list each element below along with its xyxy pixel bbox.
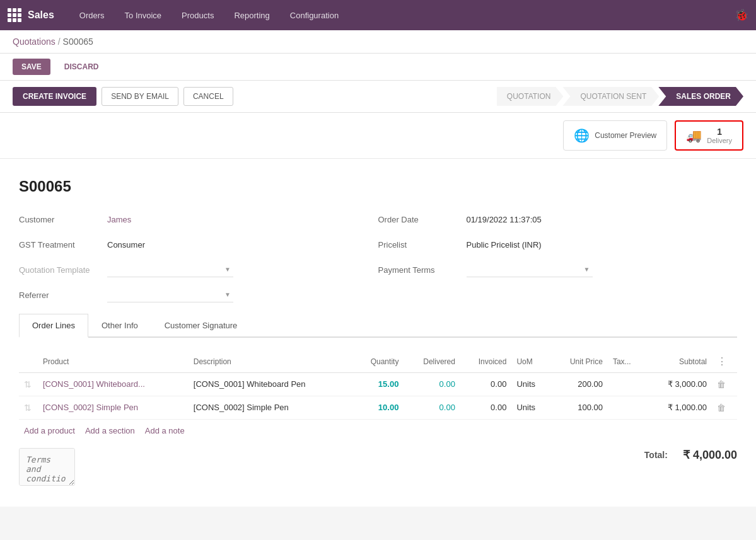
nav-to-invoice[interactable]: To Invoice — [115, 0, 172, 30]
customer-value[interactable]: James — [107, 215, 131, 224]
referrer-input[interactable]: ▼ — [107, 287, 233, 302]
delivery-count: 1 — [717, 127, 722, 137]
breadcrumb-separator: / — [58, 37, 61, 47]
order-date-label: Order Date — [378, 215, 467, 224]
row1-delete[interactable]: 🗑 — [712, 373, 737, 396]
payment-terms-row: Payment Terms ▼ — [378, 261, 738, 279]
row2-description: [CONS_0002] Simple Pen — [189, 396, 352, 420]
nav-products[interactable]: Products — [172, 0, 224, 30]
row2-product[interactable]: [CONS_0002] Simple Pen — [38, 396, 189, 420]
row1-unit-price[interactable]: 200.00 — [550, 373, 608, 396]
nav-configuration[interactable]: Configuration — [280, 0, 349, 30]
stage-sales-order[interactable]: SALES ORDER — [658, 87, 743, 106]
app-name[interactable]: Sales — [28, 9, 54, 21]
top-navigation: Sales Orders To Invoice Products Reporti… — [0, 0, 756, 30]
table-body: ⇅ [CONS_0001] Whiteboard... [CONS_0001] … — [19, 373, 737, 420]
bug-icon[interactable]: 🐞 — [735, 8, 748, 22]
th-actions: ⋮ — [712, 350, 737, 373]
row1-delivered: 0.00 — [404, 373, 460, 396]
quotation-template-label: Quotation Template — [19, 265, 107, 275]
tab-other-info[interactable]: Other Info — [88, 314, 151, 338]
row1-product[interactable]: [CONS_0001] Whiteboard... — [38, 373, 189, 396]
th-delivered: Delivered — [404, 350, 460, 373]
row2-uom: Units — [511, 396, 550, 420]
total-section: Total: ₹ 4,000.00 — [644, 448, 737, 462]
content-area: 🌐 Customer Preview 🚚 1 Delivery S00065 C… — [0, 113, 756, 507]
row2-delete[interactable]: 🗑 — [712, 396, 737, 420]
row2-quantity[interactable]: 10.00 — [352, 396, 404, 420]
payment-terms-label: Payment Terms — [378, 265, 467, 275]
nav-reporting[interactable]: Reporting — [224, 0, 279, 30]
tab-customer-signature[interactable]: Customer Signature — [151, 314, 251, 338]
top-menu: Orders To Invoice Products Reporting Con… — [69, 0, 349, 30]
row1-drag[interactable]: ⇅ — [19, 373, 38, 396]
customer-preview-button[interactable]: 🌐 Customer Preview — [563, 120, 667, 151]
table-actions: Add a product Add a section Add a note — [19, 420, 737, 442]
row2-invoiced: 0.00 — [460, 396, 511, 420]
gst-value: Consumer — [107, 240, 145, 250]
th-tax: Tax... — [608, 350, 646, 373]
row2-delivered: 0.00 — [404, 396, 460, 420]
send-by-email-button[interactable]: SEND BY EMAIL — [102, 87, 178, 106]
add-product-link[interactable]: Add a product — [24, 426, 75, 435]
column-options-icon[interactable]: ⋮ — [717, 356, 727, 367]
table-header: Product Description Quantity Delivered I… — [19, 350, 737, 373]
create-invoice-button[interactable]: CREATE INVOICE — [13, 87, 96, 106]
pricelist-row: Pricelist Public Pricelist (INR) — [378, 236, 738, 253]
quotation-template-input[interactable]: ▼ — [107, 262, 233, 277]
truck-icon: 🚚 — [686, 128, 702, 143]
grid-icon[interactable] — [8, 8, 21, 22]
topnav-right: 🐞 — [735, 8, 748, 22]
chevron-down-icon-2: ▼ — [224, 291, 231, 298]
add-section-link[interactable]: Add a section — [85, 426, 135, 435]
breadcrumb-parent[interactable]: Quotations — [13, 37, 55, 47]
payment-terms-input[interactable]: ▼ — [467, 262, 593, 277]
row1-description: [CONS_0001] Whiteboard Pen — [189, 373, 352, 396]
stage-quotation[interactable]: QUOTATION — [497, 87, 564, 106]
th-unit-price: Unit Price — [550, 350, 608, 373]
total-value: ₹ 4,000.00 — [683, 448, 737, 462]
referrer-label: Referrer — [19, 290, 107, 300]
row1-uom: Units — [511, 373, 550, 396]
th-description: Description — [189, 350, 352, 373]
row2-drag[interactable]: ⇅ — [19, 396, 38, 420]
pricelist-label: Pricelist — [378, 240, 467, 250]
smart-buttons-row: 🌐 Customer Preview 🚚 1 Delivery — [0, 113, 756, 159]
pricelist-value: Public Pricelist (INR) — [467, 240, 542, 250]
th-quantity: Quantity — [352, 350, 404, 373]
product-link-1[interactable]: [CONS_0001] Whiteboard... — [43, 379, 145, 389]
workflow-stages: QUOTATION QUOTATION SENT SALES ORDER — [497, 87, 743, 106]
row2-unit-price[interactable]: 100.00 — [550, 396, 608, 420]
th-uom: UoM — [511, 350, 550, 373]
row1-tax[interactable] — [608, 373, 646, 396]
table-row: ⇅ [CONS_0002] Simple Pen [CONS_0002] Sim… — [19, 396, 737, 420]
delivery-button[interactable]: 🚚 1 Delivery — [675, 120, 743, 151]
delete-icon-2[interactable]: 🗑 — [717, 403, 726, 413]
nav-orders[interactable]: Orders — [69, 0, 115, 30]
order-lines-table-container: Product Description Quantity Delivered I… — [0, 350, 756, 442]
customer-row: Customer James — [19, 210, 378, 228]
order-title: S00065 — [19, 178, 737, 195]
stage-quotation-sent[interactable]: QUOTATION SENT — [562, 87, 659, 106]
drag-handle-icon-2: ⇅ — [24, 403, 32, 413]
tab-order-lines[interactable]: Order Lines — [19, 314, 88, 338]
th-subtotal: Subtotal — [646, 350, 712, 373]
cancel-button[interactable]: CANCEL — [183, 87, 233, 106]
discard-button[interactable]: DISCARD — [55, 59, 108, 75]
form-left: Customer James GST Treatment Consumer Qu… — [19, 210, 378, 304]
th-product: Product — [38, 350, 189, 373]
row1-invoiced: 0.00 — [460, 373, 511, 396]
row1-quantity[interactable]: 15.00 — [352, 373, 404, 396]
product-link-2[interactable]: [CONS_0002] Simple Pen — [43, 403, 138, 412]
tabs-bar: Order Lines Other Info Customer Signatur… — [19, 314, 737, 338]
delivery-label: Delivery — [707, 137, 732, 144]
gst-row: GST Treatment Consumer — [19, 236, 378, 253]
terms-input[interactable] — [19, 448, 75, 486]
order-date-row: Order Date 01/19/2022 11:37:05 — [378, 210, 738, 228]
th-drag — [19, 350, 38, 373]
add-note-link[interactable]: Add a note — [145, 426, 185, 435]
row2-tax[interactable] — [608, 396, 646, 420]
delete-icon-1[interactable]: 🗑 — [717, 379, 726, 389]
save-button[interactable]: SAVE — [13, 59, 50, 75]
form-section: S00065 Customer James GST Treatment Cons… — [0, 159, 756, 350]
